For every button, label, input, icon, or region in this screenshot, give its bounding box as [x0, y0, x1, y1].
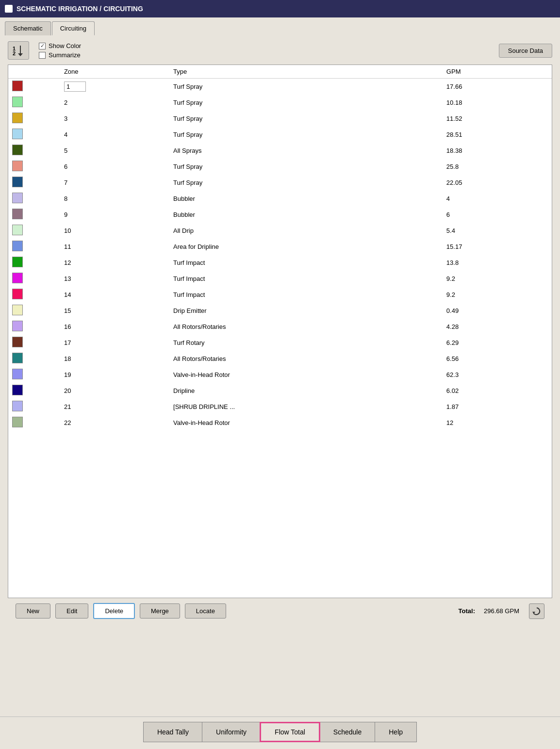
color-swatch: [12, 321, 23, 331]
color-swatch: [12, 417, 23, 427]
tab-circuiting[interactable]: Circuiting: [52, 21, 95, 35]
col-header-gpm: GPM: [443, 65, 552, 79]
show-color-checkbox[interactable]: [39, 43, 46, 49]
show-color-row[interactable]: Show Color: [39, 42, 81, 49]
sort-button[interactable]: 1 2: [8, 41, 29, 60]
merge-button[interactable]: Merge: [140, 603, 180, 619]
table-row[interactable]: 7Turf Spray22.05: [8, 175, 552, 191]
color-swatch: [12, 353, 23, 363]
zone-cell: 20: [60, 383, 169, 399]
type-cell: Bubbler: [169, 207, 443, 223]
zone-cell[interactable]: [60, 79, 169, 95]
zone-cell: 13: [60, 271, 169, 287]
table-row[interactable]: 10All Drip5.4: [8, 223, 552, 239]
delete-button[interactable]: Delete: [93, 603, 135, 619]
table-row[interactable]: 16All Rotors/Rotaries4.28: [8, 319, 552, 335]
source-data-button[interactable]: Source Data: [499, 44, 552, 58]
gpm-cell: 10.18: [443, 95, 552, 111]
gpm-cell: 18.38: [443, 143, 552, 159]
table-row[interactable]: 2Turf Spray10.18: [8, 95, 552, 111]
table-row[interactable]: 17Turf Rotary6.29: [8, 335, 552, 351]
table-row[interactable]: Turf Spray17.66: [8, 79, 552, 95]
zone-cell: 11: [60, 239, 169, 255]
edit-button[interactable]: Edit: [55, 603, 88, 619]
new-button[interactable]: New: [16, 603, 50, 619]
color-swatch: [12, 369, 23, 379]
summarize-row[interactable]: Summarize: [39, 51, 81, 59]
color-swatch: [12, 145, 23, 155]
svg-marker-3: [18, 53, 23, 56]
table-row[interactable]: 19Valve-in-Head Rotor62.3: [8, 367, 552, 383]
table-row[interactable]: 11Area for Dripline15.17: [8, 239, 552, 255]
zone-color-cell: [8, 239, 60, 255]
gpm-cell: 17.66: [443, 79, 552, 95]
gpm-cell: 0.49: [443, 303, 552, 319]
zone-cell: 10: [60, 223, 169, 239]
col-header-type: Type: [169, 65, 443, 79]
summarize-checkbox[interactable]: [39, 52, 46, 59]
table-row[interactable]: 12Turf Impact13.8: [8, 255, 552, 271]
footer-tab-flow-total[interactable]: Flow Total: [260, 722, 320, 742]
zone-color-cell: [8, 399, 60, 415]
color-swatch: [12, 305, 23, 315]
color-swatch: [12, 337, 23, 347]
type-cell: Turf Rotary: [169, 335, 443, 351]
zone-color-cell: [8, 143, 60, 159]
footer-tab-schedule[interactable]: Schedule: [319, 722, 376, 742]
table-row[interactable]: 22Valve-in-Head Rotor12: [8, 415, 552, 431]
footer-tab-help[interactable]: Help: [375, 722, 417, 742]
gpm-cell: 9.2: [443, 287, 552, 303]
color-swatch: [12, 161, 23, 171]
title-bar: SCHEMATIC IRRIGATION / CIRCUITING: [0, 0, 560, 17]
zone-color-cell: [8, 303, 60, 319]
table-row[interactable]: 20Dripline6.02: [8, 383, 552, 399]
table-row[interactable]: 3Turf Spray11.52: [8, 111, 552, 127]
type-cell: Valve-in-Head Rotor: [169, 367, 443, 383]
table-row[interactable]: 4Turf Spray28.51: [8, 127, 552, 143]
color-swatch: [12, 81, 23, 91]
zone-cell: 21: [60, 399, 169, 415]
type-cell: Drip Emitter: [169, 303, 443, 319]
color-swatch: [12, 113, 23, 123]
table-row[interactable]: 9Bubbler6: [8, 207, 552, 223]
table-row[interactable]: 6Turf Spray25.8: [8, 159, 552, 175]
table-row[interactable]: 8Bubbler4: [8, 191, 552, 207]
sort-icon: 1 2: [12, 44, 25, 57]
zone-color-cell: [8, 175, 60, 191]
refresh-icon: [532, 606, 542, 616]
table-row[interactable]: 18All Rotors/Rotaries6.56: [8, 351, 552, 367]
refresh-button[interactable]: [529, 603, 544, 619]
color-swatch: [12, 177, 23, 187]
svg-marker-4: [532, 612, 535, 614]
zone-color-cell: [8, 271, 60, 287]
zone-color-cell: [8, 223, 60, 239]
footer-tab-head-tally[interactable]: Head Tally: [143, 722, 203, 742]
color-swatch: [12, 129, 23, 139]
type-cell: Bubbler: [169, 191, 443, 207]
app-title: SCHEMATIC IRRIGATION / CIRCUITING: [16, 5, 143, 13]
zone-cell: 22: [60, 415, 169, 431]
table-row[interactable]: 13Turf Impact9.2: [8, 271, 552, 287]
locate-button[interactable]: Locate: [185, 603, 226, 619]
type-cell: Turf Spray: [169, 175, 443, 191]
gpm-cell: 22.05: [443, 175, 552, 191]
gpm-cell: 1.87: [443, 399, 552, 415]
type-cell: Valve-in-Head Rotor: [169, 415, 443, 431]
gpm-cell: 11.52: [443, 111, 552, 127]
table-row[interactable]: 14Turf Impact9.2: [8, 287, 552, 303]
zone-color-cell: [8, 319, 60, 335]
type-cell: Turf Spray: [169, 111, 443, 127]
table-row[interactable]: 5All Sprays18.38: [8, 143, 552, 159]
tabs-bar: Schematic Circuiting: [0, 17, 560, 35]
table-row[interactable]: 21[SHRUB DRIPLINE ...1.87: [8, 399, 552, 415]
zone-color-cell: [8, 95, 60, 111]
total-value: 296.68 GPM: [484, 607, 519, 615]
tab-schematic[interactable]: Schematic: [5, 21, 51, 35]
footer-tab-uniformity[interactable]: Uniformity: [202, 722, 261, 742]
table-row[interactable]: 15Drip Emitter0.49: [8, 303, 552, 319]
show-color-label: Show Color: [49, 42, 81, 49]
gpm-cell: 25.8: [443, 159, 552, 175]
summarize-label: Summarize: [49, 51, 81, 59]
zone-input[interactable]: [64, 81, 86, 92]
zone-color-cell: [8, 191, 60, 207]
